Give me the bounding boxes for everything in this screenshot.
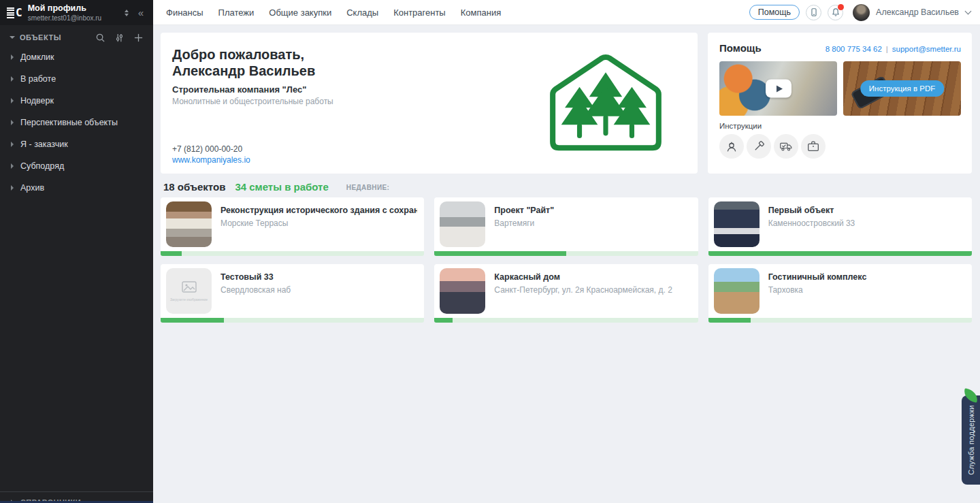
- profile-info: Мой профиль smetter.test01@inbox.ru: [28, 3, 118, 22]
- project-title: Реконструкция исторического здания с сох…: [220, 206, 417, 215]
- sidebar-item-nodverk[interactable]: Нодверк: [0, 90, 153, 112]
- project-card-testovyj-33[interactable]: Загрузите изображение Тестовый 33 Свердл…: [161, 264, 424, 323]
- nav-common-purchases[interactable]: Общие закупки: [269, 7, 331, 18]
- search-icon[interactable]: [95, 33, 105, 43]
- support-email-link[interactable]: support@smetter.ru: [892, 45, 961, 53]
- company-name: Строительная компания "Лес": [172, 84, 306, 95]
- project-card-rekonstrukciya[interactable]: Реконструкция исторического здания с сох…: [161, 197, 424, 256]
- profile-switch-icon[interactable]: [123, 8, 130, 18]
- progress-bar: [708, 318, 972, 323]
- chevron-right-icon: [11, 54, 14, 60]
- estimates-in-progress-count[interactable]: 34 сметы в работе: [235, 181, 328, 193]
- help-contacts: 8 800 775 34 62 | support@smetter.ru: [826, 45, 961, 53]
- profile-email: smetter.test01@inbox.ru: [28, 14, 118, 22]
- project-address: Морские Террасы: [220, 218, 417, 228]
- profile-header[interactable]: C Мой профиль smetter.test01@inbox.ru «: [0, 0, 153, 25]
- objects-count[interactable]: 18 объектов: [163, 181, 225, 193]
- chevron-right-icon: [11, 76, 14, 82]
- notifications-button[interactable]: [828, 5, 843, 20]
- topbar: ФинансыПлатежиОбщие закупкиСкладыКонтраг…: [153, 0, 980, 25]
- project-card-rayt[interactable]: Проект "Райт" Вартемяги: [434, 197, 698, 256]
- avatar[interactable]: [853, 4, 870, 21]
- project-title: Проект "Райт": [494, 206, 691, 215]
- objects-stats-row: 18 объектов 34 сметы в работе НЕДАВНИЕ:: [163, 181, 389, 193]
- progress-fill: [434, 251, 566, 256]
- pdf-instruction-button[interactable]: Инструкция в PDF: [860, 80, 944, 97]
- objects-section-header[interactable]: ОБЪЕКТЫ: [0, 30, 153, 45]
- nav-warehouses[interactable]: Склады: [346, 7, 378, 18]
- contact-separator: |: [886, 45, 888, 53]
- user-menu-name[interactable]: Александр Васильев: [876, 7, 959, 17]
- phone-device-icon: [809, 7, 819, 17]
- project-thumbnail: [714, 201, 760, 247]
- project-address: Вартемяги: [494, 218, 691, 228]
- chevron-right-icon: [11, 142, 14, 147]
- help-pdf-tile[interactable]: Инструкция в PDF: [843, 61, 961, 116]
- support-phone-link[interactable]: 8 800 775 34 62: [826, 45, 882, 53]
- sidebar-item-label: Субподряд: [20, 161, 64, 171]
- project-thumbnail: [440, 201, 485, 247]
- progress-bar: [434, 251, 698, 256]
- play-icon: [777, 85, 783, 92]
- chevron-down-icon: [10, 36, 15, 39]
- company-phone: +7 (812) 000-00-20: [172, 144, 242, 154]
- progress-fill: [161, 251, 182, 256]
- progress-bar: [161, 318, 424, 323]
- nav-payments[interactable]: Платежи: [218, 7, 255, 18]
- company-logo-trees-icon: [548, 50, 664, 160]
- progress-fill: [708, 251, 972, 256]
- sidebar: C Мой профиль smetter.test01@inbox.ru « …: [0, 0, 153, 503]
- help-button[interactable]: Помощь: [749, 5, 800, 20]
- sidebar-item-label: Домклик: [20, 52, 54, 62]
- sidebar-item-arhiv[interactable]: Архив: [0, 177, 153, 199]
- recent-label: НЕДАВНИЕ:: [346, 184, 389, 191]
- collapse-sidebar-icon[interactable]: «: [135, 7, 146, 18]
- instructions-label: Инструкции: [719, 122, 762, 130]
- sidebar-item-subpodryad[interactable]: Субподряд: [0, 155, 153, 177]
- support-chat-tab[interactable]: Служба поддержки: [962, 395, 980, 485]
- chevron-right-icon: [11, 163, 14, 169]
- progress-fill: [708, 318, 751, 323]
- help-title: Помощь: [719, 42, 762, 54]
- project-card-gostinichnyj-kompleks[interactable]: Гостиничный комплекс Тарховка: [708, 264, 972, 323]
- progress-bar: [434, 318, 698, 323]
- smetter-logo-icon: C: [7, 7, 22, 18]
- sidebar-item-ya-zakazchik[interactable]: Я - заказчик: [0, 133, 153, 155]
- project-card-pervyj-obekt[interactable]: Первый объект Каменноостровский 33: [708, 197, 972, 256]
- instruction-worker-icon[interactable]: [719, 134, 744, 159]
- profile-title: Мой профиль: [28, 3, 118, 14]
- progress-fill: [161, 318, 224, 323]
- nav-company[interactable]: Компания: [461, 7, 502, 18]
- instruction-delivery-truck-icon[interactable]: [774, 134, 798, 159]
- chevron-right-icon: [11, 500, 14, 503]
- project-title: Гостиничный комплекс: [768, 272, 965, 282]
- sidebar-item-label: Перспективные объекты: [20, 118, 118, 127]
- project-title: Тестовый 33: [220, 272, 417, 282]
- project-thumbnail: [166, 201, 212, 247]
- project-title: Первый объект: [768, 206, 965, 215]
- directories-section-header[interactable]: СПРАВОЧНИКИ: [0, 491, 153, 503]
- welcome-card: Добро пожаловать, Александр Васильев Стр…: [161, 33, 698, 174]
- sidebar-item-perspektivnye-obekty[interactable]: Перспективные объекты: [0, 112, 153, 133]
- filter-icon[interactable]: [114, 33, 125, 43]
- help-panel: Помощь 8 800 775 34 62 | support@smetter…: [708, 33, 972, 174]
- sidebar-item-v-rabote[interactable]: В работе: [0, 68, 153, 90]
- nav-contractors[interactable]: Контрагенты: [393, 7, 446, 18]
- company-website-link[interactable]: www.kompaniyales.io: [172, 155, 250, 165]
- instruction-briefcase-icon[interactable]: [801, 134, 826, 159]
- sidebar-item-domklik[interactable]: Домклик: [0, 46, 153, 68]
- mobile-app-button[interactable]: [806, 5, 821, 20]
- chevron-right-icon: [11, 98, 14, 103]
- chevron-down-icon[interactable]: [965, 8, 972, 15]
- project-thumbnail: [440, 268, 485, 314]
- sidebar-item-label: Нодверк: [20, 96, 54, 106]
- nav-finances[interactable]: Финансы: [166, 7, 203, 18]
- project-title: Каркасный дом: [494, 272, 691, 282]
- chevron-right-icon: [11, 120, 14, 125]
- help-video-tile[interactable]: [719, 61, 837, 116]
- directories-section-label: СПРАВОЧНИКИ: [20, 498, 81, 503]
- play-button[interactable]: [766, 80, 791, 98]
- add-object-icon[interactable]: [133, 33, 144, 43]
- instruction-hammer-icon[interactable]: [747, 134, 771, 159]
- project-card-karkasnyj-dom[interactable]: Каркасный дом Санкт-Петербург, ул. 2я Кр…: [434, 264, 698, 323]
